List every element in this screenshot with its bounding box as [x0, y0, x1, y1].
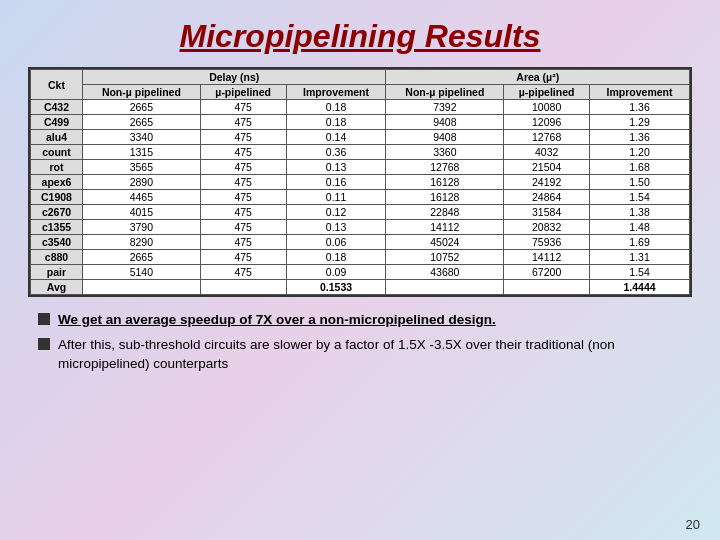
table-row: C49926654750.189408120961.29	[31, 115, 690, 130]
table-cell: 1.31	[590, 250, 690, 265]
table-cell: 10752	[386, 250, 504, 265]
table-cell: 475	[200, 265, 286, 280]
col-header-mu-delay: µ-pipelined	[200, 85, 286, 100]
table-cell: 0.12	[286, 205, 386, 220]
bullet-item-1: We get an average speedup of 7X over a n…	[38, 311, 682, 330]
bullets-section: We get an average speedup of 7X over a n…	[28, 307, 692, 384]
table-row: c135537904750.1314112208321.48	[31, 220, 690, 235]
table-cell: 9408	[386, 115, 504, 130]
table-cell: 0.09	[286, 265, 386, 280]
table-cell: 4465	[82, 190, 200, 205]
table-row: c354082904750.0645024759361.69	[31, 235, 690, 250]
table-cell: 14112	[386, 220, 504, 235]
table-cell: 0.36	[286, 145, 386, 160]
table-cell: 0.1533	[286, 280, 386, 295]
slide: Micropipelining Results Ckt Delay (ns) A…	[0, 0, 720, 540]
table-cell: 475	[200, 115, 286, 130]
table-cell: 24192	[504, 175, 590, 190]
table-cell: 12768	[386, 160, 504, 175]
col-header-area: Area (µ²)	[386, 70, 690, 85]
table-row: apex628904750.1616128241921.50	[31, 175, 690, 190]
table-cell: 1.38	[590, 205, 690, 220]
table-cell: 1.4444	[590, 280, 690, 295]
col-header-non-mu-delay: Non-µ pipelined	[82, 85, 200, 100]
table-cell: 3565	[82, 160, 200, 175]
table-cell: 0.18	[286, 250, 386, 265]
table-cell	[200, 280, 286, 295]
table-cell: 475	[200, 205, 286, 220]
table-cell: 21504	[504, 160, 590, 175]
table-row: pair51404750.0943680672001.54	[31, 265, 690, 280]
table-cell: 475	[200, 145, 286, 160]
table-cell: 67200	[504, 265, 590, 280]
table-cell: alu4	[31, 130, 83, 145]
table-cell: 43680	[386, 265, 504, 280]
table-cell: c3540	[31, 235, 83, 250]
table-cell: 1.54	[590, 190, 690, 205]
table-cell: 0.14	[286, 130, 386, 145]
table-cell: apex6	[31, 175, 83, 190]
table-cell: 0.18	[286, 115, 386, 130]
table-cell: 20832	[504, 220, 590, 235]
table-cell: 1.50	[590, 175, 690, 190]
table-cell: 2665	[82, 100, 200, 115]
table-cell	[82, 280, 200, 295]
table-cell: count	[31, 145, 83, 160]
table-cell: 1.36	[590, 130, 690, 145]
results-table: Ckt Delay (ns) Area (µ²) Non-µ pipelined…	[30, 69, 690, 295]
table-cell: 16128	[386, 190, 504, 205]
page-number: 20	[686, 517, 700, 532]
table-cell: 0.18	[286, 100, 386, 115]
col-header-improvement-area: Improvement	[590, 85, 690, 100]
table-cell: 475	[200, 160, 286, 175]
table-cell: 7392	[386, 100, 504, 115]
bullet-text-2: After this, sub-threshold circuits are s…	[58, 336, 682, 374]
table-cell: C432	[31, 100, 83, 115]
table-cell: C499	[31, 115, 83, 130]
table-cell: c880	[31, 250, 83, 265]
table-cell: 0.13	[286, 220, 386, 235]
table-cell: Avg	[31, 280, 83, 295]
bullet-icon-2	[38, 338, 50, 350]
table-cell: 3340	[82, 130, 200, 145]
table-cell: 475	[200, 250, 286, 265]
table-cell: 4032	[504, 145, 590, 160]
col-header-mu-area: µ-pipelined	[504, 85, 590, 100]
table-cell: 9408	[386, 130, 504, 145]
table-cell: 2665	[82, 250, 200, 265]
table-cell: 1.69	[590, 235, 690, 250]
table-cell: pair	[31, 265, 83, 280]
table-cell: 31584	[504, 205, 590, 220]
table-cell: 12768	[504, 130, 590, 145]
slide-title: Micropipelining Results	[28, 18, 692, 55]
table-row: C190844654750.1116128248641.54	[31, 190, 690, 205]
table-cell: 0.11	[286, 190, 386, 205]
table-cell: C1908	[31, 190, 83, 205]
col-header-delay: Delay (ns)	[82, 70, 385, 85]
table-cell: 8290	[82, 235, 200, 250]
table-cell: 475	[200, 220, 286, 235]
table-row: alu433404750.149408127681.36	[31, 130, 690, 145]
table-cell: 16128	[386, 175, 504, 190]
table-cell: 5140	[82, 265, 200, 280]
table-cell	[386, 280, 504, 295]
table-cell: 475	[200, 130, 286, 145]
table-cell: 75936	[504, 235, 590, 250]
table-cell: 14112	[504, 250, 590, 265]
table-cell: 1.68	[590, 160, 690, 175]
table-cell: 475	[200, 100, 286, 115]
table-cell: 1.48	[590, 220, 690, 235]
table-cell: 1.36	[590, 100, 690, 115]
table-cell: 45024	[386, 235, 504, 250]
col-header-non-mu-area: Non-µ pipelined	[386, 85, 504, 100]
table-cell: 0.06	[286, 235, 386, 250]
table-cell: 0.13	[286, 160, 386, 175]
table-cell: 1.54	[590, 265, 690, 280]
table-cell: 1.20	[590, 145, 690, 160]
table-cell: c1355	[31, 220, 83, 235]
table-cell: 1315	[82, 145, 200, 160]
table-row: C43226654750.187392100801.36	[31, 100, 690, 115]
table-cell: 10080	[504, 100, 590, 115]
table-cell: 2890	[82, 175, 200, 190]
bullet-icon-1	[38, 313, 50, 325]
